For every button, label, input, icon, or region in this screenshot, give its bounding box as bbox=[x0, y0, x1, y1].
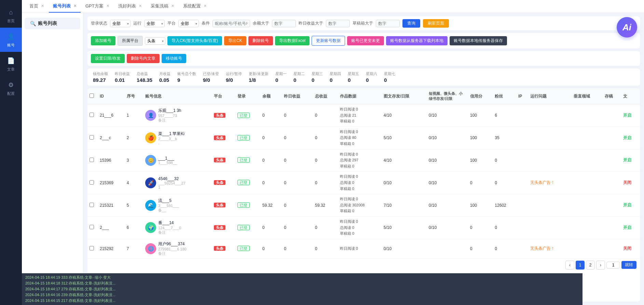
work-total: 总阅读 297 bbox=[340, 157, 380, 163]
delete-account-button[interactable]: 删除账号 bbox=[248, 36, 273, 45]
page-jump-button[interactable]: 就转 bbox=[621, 261, 636, 269]
row-fans: 0 bbox=[493, 239, 516, 258]
tab-gpt-plan-close[interactable]: ✕ bbox=[106, 4, 109, 8]
balance-input[interactable] bbox=[272, 20, 296, 27]
row-checkbox[interactable] bbox=[90, 180, 94, 185]
condition-input[interactable] bbox=[213, 20, 250, 27]
download-local-button[interactable]: 账号数据从服务器下载列本地 bbox=[386, 36, 448, 45]
move-account-button[interactable]: 移动账号 bbox=[162, 54, 186, 63]
export-excel-button[interactable]: 导出数据Excel bbox=[275, 36, 310, 45]
log-line: 2024-04-15 18:44:16 239:存稿系统-文章-洗好列表没... bbox=[25, 292, 579, 298]
ai-badge[interactable]: Ai bbox=[617, 17, 637, 38]
row-checkbox[interactable] bbox=[90, 246, 94, 250]
upload-server-button[interactable]: 账号数据本地传服务器保存 bbox=[450, 36, 507, 45]
row-checkbox[interactable] bbox=[90, 135, 94, 140]
yesterday-income-input[interactable] bbox=[326, 20, 350, 27]
tab-wash-list-close[interactable]: ✕ bbox=[139, 4, 142, 8]
platform-badge: 头条 bbox=[214, 246, 225, 251]
tab-account-list[interactable]: 账号列表 ✕ bbox=[49, 0, 81, 13]
page-2-btn[interactable]: 2 bbox=[586, 261, 595, 270]
table-row: 15396 3 😊 ___1___ 1___598__ 头条 已登 0 0 0 … bbox=[87, 149, 640, 172]
next-page-btn[interactable]: › bbox=[596, 261, 605, 270]
account-changed-button[interactable]: 账号已更变未更 bbox=[347, 36, 384, 45]
left-panel: 🔍 账号列表 bbox=[22, 13, 83, 305]
platform-filter-select[interactable]: 全部 头条 百度 bbox=[178, 20, 199, 27]
page-jump-input[interactable] bbox=[606, 262, 620, 268]
log-line: 2024-04-15 18:44:15 217:存稿系统-文章-洗好列表没... bbox=[25, 298, 579, 304]
draft-box-label: 草稿箱大于 bbox=[353, 20, 373, 26]
account-text: 用户96___374 279981___6 180 备汪 bbox=[158, 241, 187, 256]
account-name: 流___5 bbox=[158, 198, 179, 204]
row-checkbox[interactable] bbox=[90, 158, 94, 162]
import-ck-button[interactable]: 导入CK(暂支持头条/百度) bbox=[167, 36, 222, 45]
tab-account-list-close[interactable]: ✕ bbox=[73, 4, 77, 8]
row-issue bbox=[528, 127, 572, 149]
row-fans: 35 bbox=[493, 127, 516, 149]
account-note: 备汪 bbox=[158, 251, 187, 256]
work-draft: 草稿箱 0 bbox=[340, 208, 380, 214]
account-number: 279981___6 180 bbox=[158, 247, 187, 251]
row-yesterday: 0 bbox=[282, 216, 313, 239]
tab-wash-list[interactable]: 洗好列表 ✕ bbox=[114, 0, 146, 13]
yesterday-income-label: 昨日收益大于 bbox=[299, 20, 323, 26]
delete-inner-button[interactable]: 删除号内文章 bbox=[127, 54, 160, 63]
row-balance: 0 bbox=[260, 149, 282, 172]
row-checkbox[interactable] bbox=[90, 203, 94, 207]
summary-item: 更新/未更新1/8 bbox=[249, 71, 269, 83]
sidebar-item-account[interactable]: 👤 账号 bbox=[0, 28, 22, 52]
col-fans: 粉丝 bbox=[493, 88, 516, 104]
platform-select-wrapper: 全部 头条 百度 bbox=[178, 20, 199, 27]
col-text: 文 bbox=[621, 88, 640, 104]
tab-collect-draft[interactable]: 采集洗稿 ✕ bbox=[147, 0, 178, 13]
platform-button[interactable]: 所属平台 bbox=[118, 36, 143, 46]
tab-home-close[interactable]: ✕ bbox=[41, 4, 44, 8]
sidebar-item-home[interactable]: ⌂ 首页 bbox=[0, 3, 22, 28]
summary-item: 账号总个数9 bbox=[177, 71, 196, 83]
platform-select-2[interactable]: 头条 百度 bbox=[145, 37, 165, 45]
row-id: 215321 bbox=[98, 194, 125, 217]
row-seq: 7 bbox=[125, 239, 143, 258]
row-status: 关闭 bbox=[621, 239, 640, 258]
col-seq: 序号 bbox=[125, 88, 143, 104]
sidebar-item-config[interactable]: ⚙ 配置 bbox=[0, 76, 22, 100]
account-text: 番___14 124___7___0 备注 bbox=[158, 220, 181, 235]
select-all-checkbox[interactable] bbox=[90, 93, 94, 98]
platform-badge: 头条 bbox=[214, 225, 225, 230]
account-name: 番___14 bbox=[158, 220, 181, 226]
work-data: 昨日阅读 0 总阅读 0 草稿箱 0 bbox=[340, 174, 380, 192]
add-account-button[interactable]: 添加账号 bbox=[91, 36, 115, 45]
page-1-btn[interactable]: 1 bbox=[576, 261, 585, 270]
run-select[interactable]: 全部 运行 暂停 bbox=[144, 20, 165, 27]
tab-gpt-plan[interactable]: GPT方案 ✕ bbox=[81, 0, 113, 13]
platform-select-wrapper-2: 头条 百度 bbox=[145, 37, 165, 45]
row-checkbox-cell bbox=[87, 172, 98, 194]
tab-sys-config-close[interactable]: ✕ bbox=[204, 4, 207, 8]
refresh-page-button[interactable]: 刷新页面 bbox=[423, 19, 449, 28]
set-limit-button[interactable]: 设置日限/存发 bbox=[91, 54, 125, 63]
query-button[interactable]: 查询 bbox=[402, 19, 420, 28]
row-account-info: 🌐 用户96___374 279981___6 180 备汪 bbox=[143, 239, 212, 258]
update-account-button[interactable]: 更新账号数据 bbox=[312, 36, 345, 46]
col-account-info: 账号信息 bbox=[143, 88, 212, 104]
export-ck-button[interactable]: 导出CK bbox=[224, 36, 246, 45]
row-login: 已登 bbox=[235, 194, 260, 217]
row-checkbox[interactable] bbox=[90, 225, 94, 229]
avatar: 🌊 bbox=[145, 200, 156, 211]
row-id: 21___6 bbox=[98, 104, 125, 127]
row-draft bbox=[603, 172, 621, 194]
tab-sys-config[interactable]: 系统配置 ✕ bbox=[179, 0, 211, 13]
row-balance: 0 bbox=[260, 172, 282, 194]
row-credit: 100 bbox=[468, 104, 493, 127]
col-issue: 运行问题 bbox=[528, 88, 572, 104]
row-total: 0 bbox=[313, 239, 338, 258]
tab-home[interactable]: 首页 ✕ bbox=[25, 0, 48, 13]
draft-box-input[interactable] bbox=[376, 20, 400, 27]
prev-page-btn[interactable]: ‹ bbox=[565, 261, 574, 270]
tab-collect-draft-close[interactable]: ✕ bbox=[171, 4, 174, 8]
summary-label: 昨日收益 bbox=[115, 71, 130, 76]
summary-value: 0 bbox=[312, 77, 314, 83]
login-status-select[interactable]: 全部 已登 未登 bbox=[110, 20, 131, 27]
row-checkbox[interactable] bbox=[90, 113, 94, 117]
sidebar-item-article[interactable]: 📄 文章 bbox=[0, 52, 22, 76]
row-platform: 头条 bbox=[212, 172, 236, 194]
